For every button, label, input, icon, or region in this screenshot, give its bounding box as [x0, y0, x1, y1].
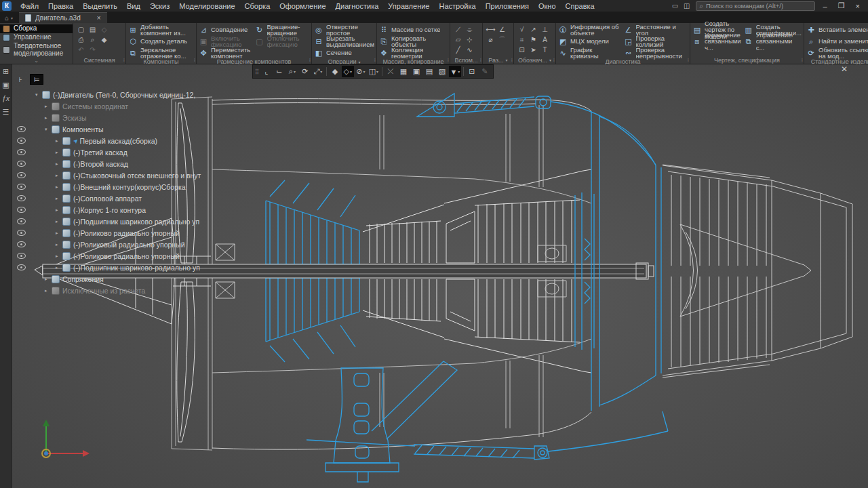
visibility-eye-icon[interactable]: [17, 184, 26, 190]
expand-arrow-icon[interactable]: ▸: [56, 173, 62, 178]
shaded-view-icon[interactable]: ◆: [329, 66, 341, 77]
menu-panel-icon[interactable]: ☰: [3, 108, 9, 116]
menu-management[interactable]: Управление: [383, 0, 434, 12]
restore-button[interactable]: ❐: [835, 1, 848, 10]
expand-arrow-icon[interactable]: ▸: [56, 265, 62, 270]
hide-objects-icon[interactable]: ⊘▾: [355, 66, 367, 77]
collections-icon[interactable]: ▣: [410, 66, 422, 77]
notation-datum-icon[interactable]: A: [539, 35, 551, 45]
tree-item-component[interactable]: ▸ (-)Роликовый радиально упорный: [12, 239, 229, 250]
tree-panel-icon[interactable]: ⊞: [3, 67, 9, 75]
visibility-eye-icon[interactable]: [17, 253, 26, 259]
visibility-eye-icon[interactable]: [17, 138, 26, 144]
visibility-eye-icon[interactable]: [17, 207, 26, 213]
menu-file[interactable]: Файл: [16, 0, 43, 12]
menu-help[interactable]: Справка: [561, 0, 599, 12]
tree-item-excluded[interactable]: ▸ Исключенные из расчета: [12, 285, 229, 296]
expand-arrow-icon[interactable]: ▸: [56, 230, 62, 236]
grid-array-button[interactable]: ⠿ Массив по сетке: [379, 24, 448, 35]
menu-window[interactable]: Окно: [534, 0, 561, 12]
undo-icon[interactable]: ↶: [75, 45, 87, 55]
expand-arrow-icon[interactable]: ▸: [45, 115, 52, 121]
manage-linked-specs-button[interactable]: ⧉ Управление связанными с...: [744, 36, 802, 47]
update-links-button[interactable]: ⟳ Обновить ссылки на мод...: [806, 47, 868, 58]
dim-diameter-icon[interactable]: ⌀: [485, 35, 496, 45]
clip-view-icon[interactable]: ◫▾: [368, 66, 380, 77]
model-viewport[interactable]: ⣿ ⌞ ⌙ ⌕▾ ⟳ ⤢▾ ◆ ◇▾ ⊘▾ ◫▾ ⤫ ▦ ▣ ▤ ▧ ▼▾ ⊡ …: [0, 64, 868, 488]
orientation-icon[interactable]: ⌞: [260, 66, 273, 77]
expand-arrow-icon[interactable]: ▸: [56, 242, 62, 247]
expand-arrow-icon[interactable]: ▸: [45, 104, 52, 109]
screen-icon[interactable]: ◫: [684, 2, 690, 9]
aux-line-icon[interactable]: ╱: [452, 45, 464, 55]
curvature-graph-button[interactable]: ∿ График кривизны: [558, 47, 623, 58]
snap-icon[interactable]: ⤫: [384, 66, 397, 77]
measure-pencil-icon[interactable]: ✎: [479, 66, 491, 77]
document-tab[interactable]: Двигатель.a3d ×: [19, 12, 107, 23]
sheet-check-icon[interactable]: ▤: [423, 66, 435, 77]
tree-item-coordinate-systems[interactable]: ▸ Системы координат: [12, 100, 229, 112]
expand-arrow-icon[interactable]: ▸: [56, 207, 62, 213]
properties-panel-icon[interactable]: ▣: [2, 81, 9, 89]
expand-arrow-icon[interactable]: ▸: [45, 288, 52, 293]
expand-arrow-icon[interactable]: ▸: [45, 277, 52, 282]
coordinate-plane-icon[interactable]: ⌙: [273, 66, 285, 77]
menu-settings[interactable]: Настройка: [434, 0, 480, 12]
wireframe-view-icon[interactable]: ◇▾: [342, 66, 354, 77]
expand-arrow-icon[interactable]: ▸: [56, 150, 62, 155]
tree-item-component[interactable]: ▸ (-)Сопловой аппарат: [12, 192, 229, 204]
notation-tolerance-icon[interactable]: ⌗: [516, 35, 528, 45]
visibility-eye-icon[interactable]: [17, 230, 26, 236]
mass-properties-button[interactable]: ◩ МЦХ модели: [558, 36, 623, 47]
section-button[interactable]: ◧ Сечение: [314, 47, 374, 58]
notation-leader-icon[interactable]: ↗: [528, 24, 539, 35]
menu-edit[interactable]: Правка: [43, 0, 78, 12]
layers-icon[interactable]: ▧: [436, 66, 448, 77]
clipboard-icon[interactable]: ▦: [397, 66, 410, 77]
manage-linked-drawings-button[interactable]: ⧈ Управление связанными ч...: [692, 36, 743, 47]
tree-item-component[interactable]: ▸ (-)Подшипник шариково радиально уп: [12, 216, 229, 227]
expand-arrow-icon[interactable]: ▸: [56, 161, 62, 167]
tree-item-component[interactable]: ▸ (-)Второй каскад: [12, 158, 229, 169]
aux-plane-icon[interactable]: ⟋: [452, 24, 464, 35]
ribbon-tab-solid-modeling[interactable]: Твердотельное моделирование: [0, 42, 73, 58]
close-button[interactable]: ×: [853, 2, 863, 10]
visibility-eye-icon[interactable]: [17, 161, 26, 167]
menu-assembly[interactable]: Сборка: [240, 0, 275, 12]
tree-composition-toggle[interactable]: ⊨: [30, 74, 43, 85]
tree-item-component[interactable]: ▸ ➤ Первый каскад(сборка): [12, 135, 229, 146]
visibility-eye-icon[interactable]: [17, 264, 26, 270]
tree-item-component[interactable]: ▸ (-)Стыковочный отсек внешнего и внут: [12, 169, 229, 181]
expand-arrow-icon[interactable]: ▸: [56, 253, 62, 259]
visibility-eye-icon[interactable]: [17, 218, 26, 224]
tree-item-root[interactable]: ▾ (-)Двигатель (Тел-0, Сборочных единиц-…: [12, 89, 229, 100]
add-component-button[interactable]: ⊞ Добавить компонент из...: [128, 24, 194, 35]
aux-curve-icon[interactable]: ∿: [464, 45, 475, 55]
insert-element-button[interactable]: ✚ Вставить элемент: [806, 24, 868, 35]
minimize-button[interactable]: –: [821, 2, 830, 10]
aux-axis-icon[interactable]: ⌯: [464, 24, 475, 35]
menu-select[interactable]: Выделить: [78, 0, 122, 12]
simple-hole-button[interactable]: ◎ Отверстие простое: [314, 24, 374, 35]
layout-icon[interactable]: ▭: [672, 2, 678, 9]
notation-arrow-icon[interactable]: ➤: [528, 45, 539, 55]
tree-item-component[interactable]: ▸ (-)Роликово радиально упорный: [12, 227, 229, 239]
menu-apps[interactable]: Приложения: [481, 0, 534, 12]
tree-item-components[interactable]: ▾ Компоненты: [12, 123, 229, 135]
tree-item-sketches[interactable]: ▸ Эскизы: [12, 112, 229, 123]
tree-item-mates[interactable]: ▸ Сопряжения: [12, 273, 229, 285]
visibility-eye-icon[interactable]: [17, 126, 26, 132]
notation-roughness-icon[interactable]: √: [516, 24, 528, 35]
copy-objects-button[interactable]: ⎘ Копировать объекты: [379, 36, 448, 47]
menu-diagnostics[interactable]: Диагностика: [331, 0, 384, 12]
menu-view[interactable]: Вид: [122, 0, 145, 12]
redo-icon[interactable]: ↷: [87, 45, 98, 55]
mirror-component-button[interactable]: ⧉ Зеркальное отражение ко...: [128, 47, 194, 58]
expand-arrow-icon[interactable]: ▾: [45, 127, 52, 132]
expand-arrow-icon[interactable]: ▾: [35, 92, 42, 98]
orbit-icon[interactable]: ⟳: [299, 66, 311, 77]
notation-text-icon[interactable]: T: [539, 45, 551, 55]
dim-linear-icon[interactable]: ⟷: [485, 24, 496, 35]
zoom-icon[interactable]: ⌕▾: [286, 66, 298, 77]
notation-stamp-icon[interactable]: ⊡: [516, 45, 528, 55]
